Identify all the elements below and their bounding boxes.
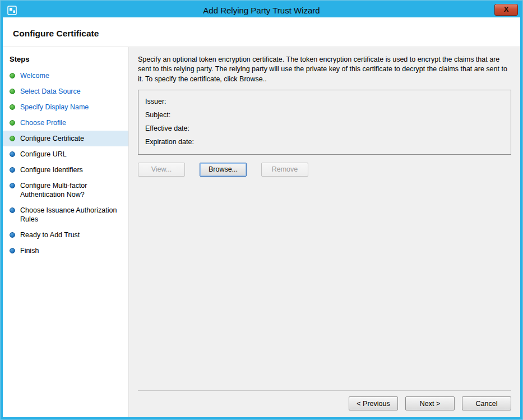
subject-row: Subject: bbox=[145, 108, 504, 122]
wizard-window-inner: Add Relying Party Trust Wizard X Configu… bbox=[3, 3, 520, 417]
sidebar-step-choose-issuance-authorization-rules: Choose Issuance Authorization Rules bbox=[3, 202, 128, 227]
completed-step-icon bbox=[10, 73, 15, 79]
sidebar-step-configure-url: Configure URL bbox=[3, 146, 128, 162]
titlebar[interactable]: Add Relying Party Trust Wizard X bbox=[3, 3, 520, 17]
content-spacer bbox=[138, 177, 511, 390]
issuer-row: Issuer: bbox=[145, 95, 504, 108]
next-button[interactable]: Next > bbox=[405, 396, 455, 410]
close-button[interactable]: X bbox=[494, 4, 518, 16]
main-panel: Specify an optional token encryption cer… bbox=[129, 47, 520, 417]
steps-sidebar: Steps WelcomeSelect Data SourceSpecify D… bbox=[3, 47, 129, 417]
completed-step-icon bbox=[10, 136, 15, 141]
effective-date-row: Effective date: bbox=[145, 122, 504, 135]
sidebar-step-configure-certificate: Configure Certificate bbox=[3, 131, 128, 146]
sidebar-step-label: Specify Display Name bbox=[20, 103, 89, 112]
pending-step-icon bbox=[10, 232, 15, 238]
sidebar-step-select-data-source[interactable]: Select Data Source bbox=[3, 84, 128, 99]
expiration-date-label: Expiration date: bbox=[145, 138, 194, 146]
sidebar-step-choose-profile[interactable]: Choose Profile bbox=[3, 115, 128, 131]
expiration-date-row: Expiration date: bbox=[145, 135, 504, 149]
steps-list: WelcomeSelect Data SourceSpecify Display… bbox=[3, 68, 128, 259]
pending-step-icon bbox=[10, 167, 15, 173]
sidebar-step-specify-display-name[interactable]: Specify Display Name bbox=[3, 99, 128, 115]
page-description: Specify an optional token encryption cer… bbox=[138, 55, 511, 84]
view-button: View... bbox=[138, 163, 185, 177]
sidebar-step-ready-to-add-trust: Ready to Add Trust bbox=[3, 227, 128, 243]
completed-step-icon bbox=[10, 89, 15, 94]
sidebar-step-label: Finish bbox=[20, 246, 39, 255]
completed-step-icon bbox=[10, 104, 15, 110]
effective-date-label: Effective date: bbox=[145, 124, 189, 132]
sidebar-step-label: Ready to Add Trust bbox=[20, 230, 80, 239]
sidebar-step-configure-identifiers: Configure Identifiers bbox=[3, 162, 128, 178]
sidebar-step-finish: Finish bbox=[3, 243, 128, 259]
sidebar-step-label: Select Data Source bbox=[20, 87, 81, 96]
previous-button[interactable]: < Previous bbox=[349, 396, 398, 410]
sidebar-step-label: Welcome bbox=[20, 71, 49, 80]
sidebar-step-configure-multi-factor-authentication-now: Configure Multi-factor Authentication No… bbox=[3, 178, 128, 202]
cancel-button[interactable]: Cancel bbox=[462, 396, 511, 410]
sidebar-step-label: Choose Profile bbox=[20, 118, 66, 127]
sidebar-step-label: Configure Certificate bbox=[20, 134, 84, 143]
wizard-app-icon bbox=[6, 4, 17, 16]
sidebar-step-welcome[interactable]: Welcome bbox=[3, 68, 128, 84]
window-title: Add Relying Party Trust Wizard bbox=[203, 6, 320, 15]
completed-step-icon bbox=[10, 120, 15, 126]
pending-step-icon bbox=[10, 151, 15, 157]
certificate-actions: View... Browse... Remove bbox=[138, 163, 511, 177]
pending-step-icon bbox=[10, 207, 15, 213]
sidebar-step-label: Configure URL bbox=[20, 150, 67, 159]
body: Steps WelcomeSelect Data SourceSpecify D… bbox=[3, 47, 520, 417]
page-title: Configure Certificate bbox=[13, 29, 520, 39]
sidebar-step-label: Configure Multi-factor Authentication No… bbox=[20, 181, 124, 199]
pending-step-icon bbox=[10, 183, 15, 188]
steps-heading: Steps bbox=[3, 53, 128, 68]
browse-button[interactable]: Browse... bbox=[200, 163, 247, 177]
remove-button: Remove bbox=[261, 163, 308, 177]
sidebar-step-label: Configure Identifiers bbox=[20, 165, 83, 174]
page-header: Configure Certificate bbox=[3, 17, 520, 47]
pending-step-icon bbox=[10, 248, 15, 253]
wizard-footer: < Previous Next > Cancel bbox=[138, 390, 511, 410]
subject-label: Subject: bbox=[145, 111, 170, 119]
wizard-window: Add Relying Party Trust Wizard X Configu… bbox=[0, 0, 523, 420]
sidebar-step-label: Choose Issuance Authorization Rules bbox=[20, 206, 124, 224]
issuer-label: Issuer: bbox=[145, 98, 166, 105]
certificate-details-box: Issuer: Subject: Effective date: Expirat… bbox=[138, 90, 511, 155]
